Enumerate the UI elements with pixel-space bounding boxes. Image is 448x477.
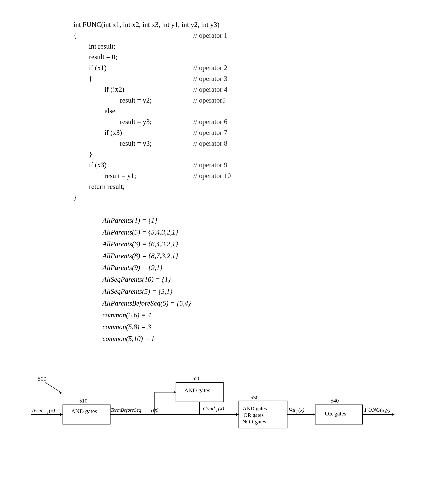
svg-text:OR gates: OR gates (244, 412, 263, 418)
svg-text:(x): (x) (49, 407, 55, 413)
math-line: AllParents(9) = {9,1} (103, 262, 429, 274)
svg-text:j: j (296, 410, 297, 414)
code-text: if (!x2) (74, 84, 193, 95)
svg-text:OR gates: OR gates (325, 410, 346, 417)
svg-text:AND gates: AND gates (184, 387, 210, 394)
svg-text:520: 520 (192, 376, 200, 382)
math-line: AllParents(1) = {1} (103, 215, 429, 227)
math-section: AllParents(1) = {1}AllParents(5) = {5,4,… (103, 215, 429, 345)
svg-text:(x): (x) (298, 407, 304, 413)
math-line: common(5,10) = 1 (103, 333, 429, 345)
svg-text:i: i (216, 408, 217, 412)
code-comment: // operator 10 (193, 171, 231, 181)
svg-text:530: 530 (250, 394, 258, 400)
code-text: if (x1) (74, 62, 193, 73)
math-line: AllSeqParents(10) = {1} (103, 274, 429, 286)
svg-marker-38 (392, 413, 395, 416)
code-comment: // operator 1 (193, 30, 227, 41)
code-text: if (x3) (74, 127, 193, 138)
diagram-svg: 500 Term i (x) AND gates 510 TermBeforeS… (27, 362, 448, 471)
svg-marker-15 (174, 391, 176, 394)
svg-text:510: 510 (79, 398, 87, 404)
svg-text:i: i (47, 410, 48, 414)
svg-text:TermBeforeSeq: TermBeforeSeq (111, 407, 141, 413)
code-line: if (x3)// operator 9 (74, 160, 429, 171)
math-line: AllParentsBeforeSeq(5) = {5,4} (103, 298, 429, 309)
code-signature: int FUNC(int x1, int x2, int x3, int y1,… (74, 19, 429, 30)
code-comment: // operator 9 (193, 160, 227, 171)
code-comment: // operator 2 (193, 62, 227, 73)
svg-text:(x): (x) (218, 405, 224, 411)
code-line: } (74, 192, 429, 203)
code-comment: // operator 7 (193, 127, 227, 138)
svg-text:(x): (x) (153, 407, 158, 413)
code-block: int FUNC(int x1, int x2, int x3, int y1,… (74, 19, 429, 203)
code-text: } (74, 149, 193, 160)
svg-marker-1 (59, 391, 62, 394)
svg-text:Val: Val (289, 407, 296, 413)
svg-text:AND gates: AND gates (243, 405, 267, 411)
box-510 (63, 405, 110, 424)
svg-text:540: 540 (331, 398, 339, 404)
code-text: } (74, 192, 193, 203)
code-text: result = y3; (74, 138, 193, 149)
code-line: result = y1;// operator 10 (74, 171, 429, 181)
code-text: return result; (74, 181, 193, 192)
math-line: AllSeqParents(5) = {3,1} (103, 286, 429, 298)
code-comment: // operator 6 (193, 117, 227, 127)
code-line: result = y3;// operator 6 (74, 117, 429, 127)
svg-text:NOR gates: NOR gates (242, 418, 266, 424)
code-text: { (74, 73, 193, 84)
code-comment: // operator 8 (193, 138, 227, 149)
diagram-section: 500 Term i (x) AND gates 510 TermBeforeS… (27, 362, 436, 475)
code-line: result = y2;// operator5 (74, 95, 429, 106)
math-line: AllParents(6) = {6,4,3,2,1} (103, 238, 429, 250)
code-line: result = 0; (74, 52, 429, 62)
code-text: result = y2; (74, 95, 193, 106)
svg-marker-3 (60, 413, 63, 416)
math-line: common(5,6) = 4 (103, 309, 429, 321)
svg-text:AND gates: AND gates (71, 408, 97, 414)
code-comment: // operator5 (193, 95, 226, 106)
code-comment: // operator 4 (193, 84, 227, 95)
code-text: if (x3) (74, 160, 193, 171)
code-text: int result; (74, 41, 193, 52)
svg-marker-31 (313, 413, 315, 416)
svg-text:i: i (151, 410, 152, 414)
code-line: if (x1)// operator 2 (74, 62, 429, 73)
label-500: 500 (38, 376, 47, 382)
code-text: result = y1; (74, 171, 193, 181)
code-line: int result; (74, 41, 429, 52)
code-text: { (74, 30, 193, 41)
code-line: } (74, 149, 429, 160)
math-line: AllParents(5) = {5,4,3,2,1} (103, 227, 429, 238)
code-text: else (74, 106, 193, 117)
code-line: if (!x2)// operator 4 (74, 84, 429, 95)
code-line: {// operator 1 (74, 30, 429, 41)
code-comment: // operator 3 (193, 73, 227, 84)
code-line: if (x3)// operator 7 (74, 127, 429, 138)
math-line: common(5,8) = 3 (103, 321, 429, 333)
code-line: return result; (74, 181, 429, 192)
math-line: AllParents(8) = {8,7,3,2,1} (103, 250, 429, 262)
code-text: result = y3; (74, 117, 193, 127)
svg-text:Cond: Cond (203, 405, 215, 411)
code-line: result = y3;// operator 8 (74, 138, 429, 149)
code-line: {// operator 3 (74, 73, 429, 84)
code-line: else (74, 106, 429, 117)
svg-text:Term: Term (31, 407, 42, 413)
code-text: result = 0; (74, 52, 193, 62)
svg-marker-25 (236, 413, 239, 416)
svg-text:FUNC(x,y): FUNC(x,y) (364, 406, 390, 413)
